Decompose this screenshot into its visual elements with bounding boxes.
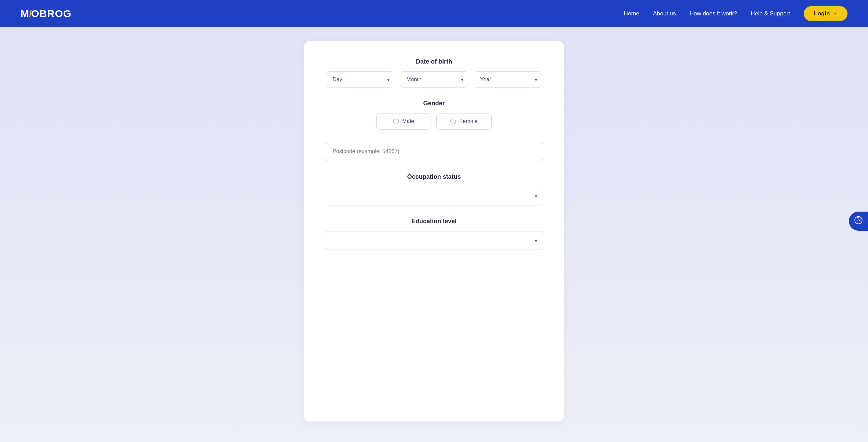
dob-section: Date of birth Day 1234 5678 9101112 1314… (325, 58, 543, 88)
cookie-button[interactable] (849, 212, 868, 231)
day-select[interactable]: Day 1234 5678 9101112 13141516 17181920 … (326, 71, 394, 88)
female-label: Female (459, 118, 477, 124)
postcode-section (325, 142, 543, 161)
login-button[interactable]: Login → (804, 6, 847, 21)
education-label: Education level (325, 218, 543, 225)
female-radio-icon (450, 119, 456, 124)
occupation-label: Occupation status (325, 173, 543, 180)
svg-point-2 (858, 218, 859, 218)
svg-point-5 (858, 222, 858, 222)
education-wrapper: No formal education Primary school Secon… (325, 231, 543, 250)
gender-female[interactable]: Female (436, 113, 491, 130)
nav-home[interactable]: Home (624, 10, 639, 17)
gender-row: Male Female (325, 113, 543, 130)
education-section: Education level No formal education Prim… (325, 218, 543, 250)
logo: M OBROG (21, 8, 71, 19)
page-wrapper: Date of birth Day 1234 5678 9101112 1314… (0, 27, 868, 442)
svg-point-1 (856, 218, 857, 219)
month-wrapper: Month JanuaryFebruaryMarch AprilMayJune … (400, 71, 468, 88)
nav-about[interactable]: About us (653, 10, 676, 17)
male-radio-icon (393, 119, 399, 124)
year-wrapper: Year 200520042003 200220012000 199919981… (474, 71, 542, 88)
day-wrapper: Day 1234 5678 9101112 13141516 17181920 … (326, 71, 394, 88)
gender-male[interactable]: Male (376, 113, 431, 130)
navbar: M OBROG Home About us How does it work? … (0, 0, 868, 27)
month-select[interactable]: Month JanuaryFebruaryMarch AprilMayJune … (400, 71, 468, 88)
postcode-input[interactable] (325, 142, 543, 161)
registration-form: Date of birth Day 1234 5678 9101112 1314… (304, 41, 564, 421)
occupation-section: Occupation status Employed full-time Emp… (325, 173, 543, 205)
cookie-icon (854, 216, 863, 227)
gender-section: Gender Male Female (325, 100, 543, 130)
svg-point-3 (859, 220, 860, 221)
logo-text: M OBROG (21, 8, 71, 19)
year-select[interactable]: Year 200520042003 200220012000 199919981… (474, 71, 542, 88)
dob-row: Day 1234 5678 9101112 13141516 17181920 … (325, 71, 543, 88)
dob-label: Date of birth (325, 58, 543, 65)
occupation-wrapper: Employed full-time Employed part-time Se… (325, 187, 543, 205)
svg-point-6 (859, 222, 860, 222)
gender-label: Gender (325, 100, 543, 107)
education-select[interactable]: No formal education Primary school Secon… (325, 231, 543, 250)
nav-help[interactable]: Help & Support (751, 10, 790, 17)
nav-how[interactable]: How does it work? (690, 10, 737, 17)
occupation-select[interactable]: Employed full-time Employed part-time Se… (325, 187, 543, 205)
nav-links: Home About us How does it work? Help & S… (624, 6, 847, 21)
svg-point-4 (857, 220, 858, 221)
male-label: Male (402, 118, 414, 124)
